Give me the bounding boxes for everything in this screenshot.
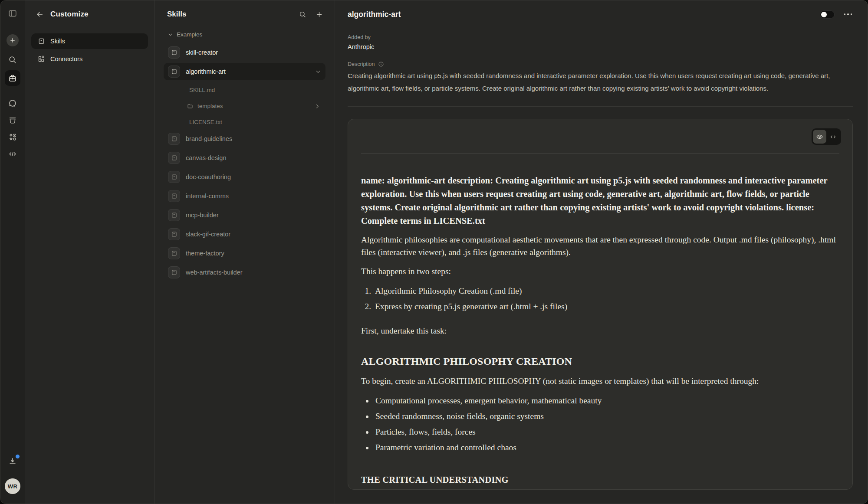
chevron-down-icon: [168, 32, 173, 37]
search-icon[interactable]: [5, 52, 20, 68]
sidebar-toggle-icon[interactable]: [5, 6, 20, 21]
skill-markdown-preview: name: algorithmic-art description: Creat…: [348, 154, 852, 486]
sidebar-item-label: Connectors: [50, 56, 82, 62]
projects-tray-icon[interactable]: [5, 112, 20, 128]
sidebar-item-skills[interactable]: Skills: [31, 33, 148, 49]
skill-row-internal-comms[interactable]: internal-comms: [164, 187, 326, 205]
skill-label: slack-gif-creator: [186, 231, 230, 238]
download-update-icon[interactable]: [5, 453, 20, 469]
more-options-icon[interactable]: [843, 12, 853, 17]
frontmatter-text: name: algorithmic-art description: Creat…: [361, 174, 839, 228]
skills-toolbox-icon[interactable]: [5, 70, 20, 86]
notification-dot: [16, 455, 20, 458]
skill-row-mcp-builder[interactable]: mcp-builder: [164, 206, 326, 224]
code-icon[interactable]: [5, 146, 20, 162]
chevron-down-icon[interactable]: [315, 69, 321, 75]
folder-label: templates: [197, 103, 223, 109]
skill-label: internal-comms: [186, 193, 229, 200]
steps-list: Algorithmic Philosophy Creation (.md fil…: [361, 285, 839, 313]
scroll-icon: [168, 65, 180, 78]
doc-paragraph: This happens in two steps:: [361, 265, 839, 278]
add-skill-icon[interactable]: [312, 8, 326, 21]
skill-file-skillmd[interactable]: SKILL.md: [164, 82, 326, 98]
search-skills-icon[interactable]: [296, 8, 309, 21]
file-label: LICENSE.txt: [189, 119, 222, 125]
file-label: SKILL.md: [189, 87, 215, 93]
skill-row-theme-factory[interactable]: theme-factory: [164, 245, 326, 262]
preview-eye-icon[interactable]: [813, 130, 826, 144]
examples-section-toggle[interactable]: Examples: [164, 28, 326, 40]
skill-row-doc-coauthoring[interactable]: doc-coauthoring: [164, 168, 326, 186]
skill-enabled-toggle[interactable]: [820, 10, 835, 19]
doc-heading: THE CRITICAL UNDERSTANDING: [361, 474, 839, 486]
scroll-icon: [168, 171, 180, 183]
page-title: Customize: [50, 10, 89, 19]
customize-sidebar: Customize Skills Connectors: [25, 0, 155, 504]
sidebar-item-label: Skills: [50, 38, 65, 45]
source-code-icon[interactable]: [826, 130, 840, 144]
section-divider: [348, 106, 853, 107]
list-item: Express by creating p5.js generative art…: [373, 300, 839, 313]
customize-header: Customize: [31, 0, 148, 28]
skill-row-canvas-design[interactable]: canvas-design: [164, 149, 326, 167]
scroll-icon: [37, 37, 45, 45]
list-item: Seeded randomness, noise fields, organic…: [374, 410, 839, 422]
skill-file-preview-card: name: algorithmic-art description: Creat…: [348, 119, 853, 490]
toggle-knob: [821, 12, 827, 17]
skill-row-slack-gif-creator[interactable]: slack-gif-creator: [164, 226, 326, 243]
skill-label: canvas-design: [186, 154, 227, 161]
icon-rail: WR: [0, 0, 25, 504]
section-label: Examples: [177, 31, 202, 38]
scroll-icon: [168, 228, 180, 240]
skill-label: web-artifacts-builder: [186, 269, 243, 276]
sidebar-item-connectors[interactable]: Connectors: [31, 51, 148, 67]
bullet-list: Computational processes, emergent behavi…: [361, 394, 839, 454]
connectors-grid-icon: [37, 55, 45, 63]
app-window: WR Customize Skills Connectors Skills: [0, 0, 868, 504]
doc-paragraph: To begin, create an ALGORITHMIC PHILOSOP…: [361, 375, 839, 387]
skill-file-license[interactable]: LICENSE.txt: [164, 114, 326, 130]
skill-label: doc-coauthoring: [186, 173, 231, 180]
list-item: Computational processes, emergent behavi…: [374, 394, 839, 407]
skill-title: algorithmic-art: [348, 10, 820, 19]
extensions-shapes-icon[interactable]: [5, 129, 20, 145]
added-by-label: Added by: [348, 34, 853, 40]
scroll-icon: [168, 190, 180, 202]
skills-list-panel: Skills Examples skill-creator algorithmi…: [155, 0, 335, 504]
description-text: Creating algorithmic art using p5.js wit…: [348, 69, 853, 95]
scroll-icon: [168, 152, 180, 164]
skill-label: mcp-builder: [186, 212, 219, 219]
scroll-icon: [168, 247, 180, 259]
skill-folder-templates[interactable]: templates: [164, 98, 326, 114]
doc-heading: ALGORITHMIC PHILOSOPHY CREATION: [361, 355, 839, 368]
scroll-icon: [168, 266, 180, 278]
list-item: Particles, flows, fields, forces: [374, 425, 839, 438]
doc-paragraph: Algorithmic philosophies are computation…: [361, 233, 839, 259]
skill-label: brand-guidelines: [186, 135, 232, 142]
scroll-icon: [168, 46, 180, 59]
info-icon: [378, 61, 384, 67]
new-chat-button[interactable]: [5, 33, 20, 48]
skill-row-skill-creator[interactable]: skill-creator: [164, 44, 326, 61]
skill-row-algorithmic-art[interactable]: algorithmic-art: [164, 63, 326, 80]
skill-row-brand-guidelines[interactable]: brand-guidelines: [164, 130, 326, 147]
skill-label: skill-creator: [186, 49, 218, 56]
scroll-icon: [168, 209, 180, 221]
list-item: Algorithmic Philosophy Creation (.md fil…: [373, 285, 839, 297]
skill-label: algorithmic-art: [186, 68, 226, 75]
description-label: Description: [348, 61, 853, 67]
view-mode-switch: [812, 128, 841, 145]
folder-icon: [187, 103, 194, 110]
list-item: Parametric variation and controlled chao…: [374, 441, 839, 454]
skill-row-web-artifacts-builder[interactable]: web-artifacts-builder: [164, 264, 326, 281]
doc-paragraph: First, undertake this task:: [361, 324, 839, 337]
scroll-icon: [168, 133, 180, 145]
skill-label: theme-factory: [186, 250, 224, 257]
chats-icon[interactable]: [5, 95, 20, 111]
added-by-value: Anthropic: [348, 43, 853, 50]
chevron-right-icon: [314, 103, 320, 109]
plus-icon: [7, 34, 19, 46]
back-arrow-icon[interactable]: [36, 10, 44, 19]
skill-detail-panel: algorithmic-art Added by Anthropic Descr…: [335, 0, 868, 504]
user-avatar[interactable]: WR: [5, 478, 20, 494]
